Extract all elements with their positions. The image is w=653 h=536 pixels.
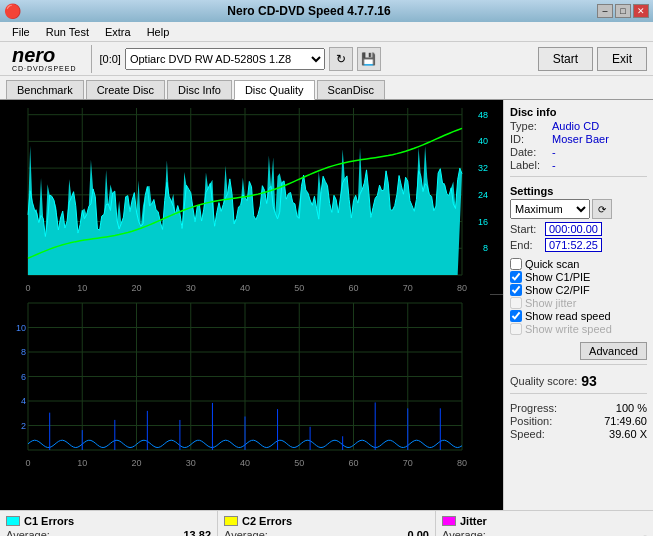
progress-section: Progress: 100 % Position: 71:49.60 Speed…: [510, 402, 647, 441]
quick-scan-checkbox[interactable]: [510, 258, 522, 270]
legend-jitter-label: Jitter: [460, 515, 487, 527]
c1-avg-value: 13.82: [183, 529, 211, 536]
c1-color-box: [6, 516, 20, 526]
progress-value: 100 %: [616, 402, 647, 414]
jitter-label: Show jitter: [525, 297, 576, 309]
bottom-chart: [0, 295, 503, 470]
chart-area: [0, 100, 503, 510]
legend-c2: C2 Errors Average: 0.00 Maximum: 0 Total…: [218, 511, 436, 536]
type-label: Type:: [510, 120, 548, 132]
refresh-button[interactable]: ↻: [329, 47, 353, 71]
write-speed-label: Show write speed: [525, 323, 612, 335]
settings-title: Settings: [510, 185, 647, 197]
start-button[interactable]: Start: [538, 47, 593, 71]
top-chart: [0, 100, 503, 295]
legend-c1-title: C1 Errors: [6, 515, 211, 527]
start-value: 000:00.00: [545, 222, 602, 236]
label-label: Label:: [510, 159, 548, 171]
id-value: Moser Baer: [552, 133, 609, 145]
read-speed-row: Show read speed: [510, 310, 647, 322]
menu-extra[interactable]: Extra: [97, 24, 139, 40]
tab-benchmark[interactable]: Benchmark: [6, 80, 84, 99]
minimize-button[interactable]: –: [597, 4, 613, 18]
save-button[interactable]: 💾: [357, 47, 381, 71]
menu-file[interactable]: File: [4, 24, 38, 40]
close-button[interactable]: ✕: [633, 4, 649, 18]
date-label: Date:: [510, 146, 548, 158]
legend-jitter: Jitter Average: - Maximum: -: [436, 511, 653, 536]
position-value: 71:49.60: [604, 415, 647, 427]
tab-disc-info[interactable]: Disc Info: [167, 80, 232, 99]
c2-pif-row: Show C2/PIF: [510, 284, 647, 296]
read-speed-checkbox[interactable]: [510, 310, 522, 322]
speed-row: Speed: 39.60 X: [510, 428, 647, 440]
quality-score-label: Quality score:: [510, 375, 577, 387]
read-speed-label: Show read speed: [525, 310, 611, 322]
disc-info-title: Disc info: [510, 106, 647, 118]
c2-avg-label: Average:: [224, 529, 268, 536]
c2-avg-value: 0.00: [408, 529, 429, 536]
info-date-row: Date: -: [510, 146, 647, 158]
titlebar-title: Nero CD-DVD Speed 4.7.7.16: [21, 4, 597, 18]
exit-button[interactable]: Exit: [597, 47, 647, 71]
toolbar: nero CD·DVD/SPEED [0:0] Optiarc DVD RW A…: [0, 42, 653, 76]
advanced-button[interactable]: Advanced: [580, 342, 647, 360]
info-id-row: ID: Moser Baer: [510, 133, 647, 145]
jitter-checkbox[interactable]: [510, 297, 522, 309]
c1-avg-label: Average:: [6, 529, 50, 536]
jitter-row: Show jitter: [510, 297, 647, 309]
write-speed-row: Show write speed: [510, 323, 647, 335]
progress-label: Progress:: [510, 402, 557, 414]
tab-create-disc[interactable]: Create Disc: [86, 80, 165, 99]
label-value: -: [552, 159, 556, 171]
legend-c2-label: C2 Errors: [242, 515, 292, 527]
menu-help[interactable]: Help: [139, 24, 178, 40]
c1-pie-row: Show C1/PIE: [510, 271, 647, 283]
titlebar-controls: – □ ✕: [597, 4, 649, 18]
divider2: [510, 364, 647, 365]
end-time-row: End: 071:52.25: [510, 238, 647, 252]
legend-jitter-avg: Average: -: [442, 529, 647, 536]
progress-row: Progress: 100 %: [510, 402, 647, 414]
info-label-row: Label: -: [510, 159, 647, 171]
menu-runtest[interactable]: Run Test: [38, 24, 97, 40]
quick-scan-row: Quick scan: [510, 258, 647, 270]
c1-pie-label: Show C1/PIE: [525, 271, 590, 283]
tab-disc-quality[interactable]: Disc Quality: [234, 80, 315, 100]
speed-select[interactable]: Maximum 1x 2x 4x 8x: [510, 199, 590, 219]
divider1: [510, 176, 647, 177]
tab-scan-disc[interactable]: ScanDisc: [317, 80, 385, 99]
speed-settings-row: Maximum 1x 2x 4x 8x ⟳: [510, 199, 647, 219]
legend-c2-avg: Average: 0.00: [224, 529, 429, 536]
id-label: ID:: [510, 133, 548, 145]
position-row: Position: 71:49.60: [510, 415, 647, 427]
divider3: [510, 393, 647, 394]
info-type-row: Type: Audio CD: [510, 120, 647, 132]
maximize-button[interactable]: □: [615, 4, 631, 18]
titlebar-icon: 🔴: [4, 3, 21, 19]
type-value: Audio CD: [552, 120, 599, 132]
position-label: Position:: [510, 415, 552, 427]
menubar: File Run Test Extra Help: [0, 22, 653, 42]
quality-score-row: Quality score: 93: [510, 373, 647, 389]
right-panel: Disc info Type: Audio CD ID: Moser Baer …: [503, 100, 653, 510]
legend-jitter-title: Jitter: [442, 515, 647, 527]
write-speed-checkbox[interactable]: [510, 323, 522, 335]
drive-label: [0:0]: [100, 53, 121, 65]
main-content: Disc info Type: Audio CD ID: Moser Baer …: [0, 100, 653, 510]
speed-value: 39.60 X: [609, 428, 647, 440]
quick-scan-label: Quick scan: [525, 258, 579, 270]
jitter-avg-value: -: [643, 529, 647, 536]
checkboxes-section: Quick scan Show C1/PIE Show C2/PIF Show …: [510, 258, 647, 336]
c2-pif-checkbox[interactable]: [510, 284, 522, 296]
settings-section: Settings Maximum 1x 2x 4x 8x ⟳ Start: 00…: [510, 185, 647, 254]
jitter-color-box: [442, 516, 456, 526]
c1-pie-checkbox[interactable]: [510, 271, 522, 283]
start-time-row: Start: 000:00.00: [510, 222, 647, 236]
date-value: -: [552, 146, 556, 158]
settings-icon-button[interactable]: ⟳: [592, 199, 612, 219]
cd-dvd-speed-text: CD·DVD/SPEED: [12, 65, 77, 72]
legend-c1: C1 Errors Average: 13.82 Maximum: 43 Tot…: [0, 511, 218, 536]
drive-select[interactable]: Optiarc DVD RW AD-5280S 1.Z8: [125, 48, 325, 70]
end-label: End:: [510, 239, 545, 251]
